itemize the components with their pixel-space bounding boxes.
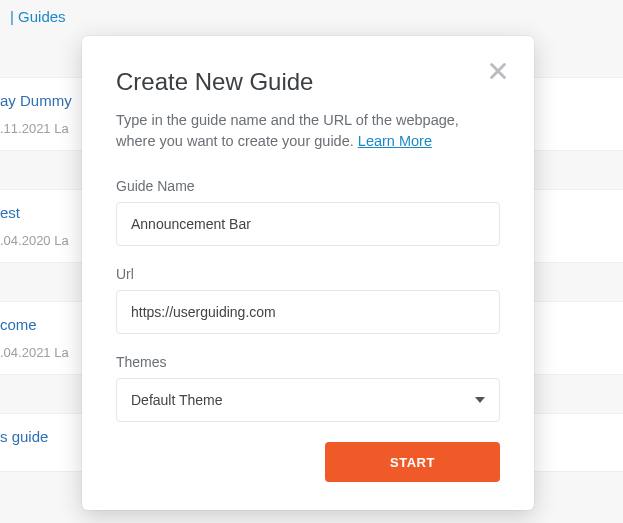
modal-description: Type in the guide name and the URL of th… [116,110,500,152]
create-guide-modal: Create New Guide Type in the guide name … [82,36,534,510]
guide-name-input[interactable] [116,202,500,246]
close-button[interactable] [480,54,516,90]
theme-label: Themes [116,354,500,370]
url-field: Url [116,266,500,334]
theme-select[interactable]: Default Theme [116,378,500,422]
learn-more-link[interactable]: Learn More [358,133,432,149]
url-label: Url [116,266,500,282]
modal-title: Create New Guide [116,68,500,96]
breadcrumb: | Guides [0,0,623,37]
guide-name-label: Guide Name [116,178,500,194]
theme-field: Themes Default Theme [116,354,500,422]
guide-name-field: Guide Name [116,178,500,246]
close-icon [487,60,509,85]
start-button[interactable]: START [325,442,500,482]
modal-actions: START [116,442,500,482]
url-input[interactable] [116,290,500,334]
